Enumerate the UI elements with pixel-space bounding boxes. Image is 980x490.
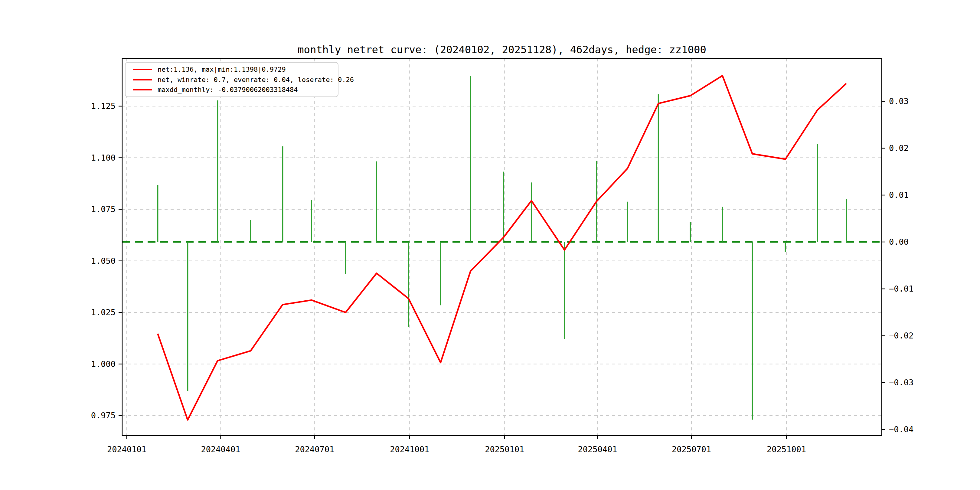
legend-label: maxdd_monthly: -0.03790062003318484 (158, 86, 298, 94)
x-tick-label: 20250101 (485, 445, 524, 454)
right-tick-label: −0.03 (889, 378, 913, 387)
legend-item-winrate: net, winrate: 0.7, evenrate: 0.04, loser… (126, 75, 338, 84)
legend-line-swatch (133, 79, 152, 80)
legend-label: net, winrate: 0.7, evenrate: 0.04, loser… (158, 76, 354, 83)
x-tick-label: 20240401 (201, 445, 240, 454)
right-tick-label: 0.01 (889, 190, 908, 200)
x-tick-label: 20251001 (767, 445, 806, 454)
x-tick-label: 20241001 (390, 445, 429, 454)
right-tick-label: 0.00 (889, 237, 908, 247)
x-tick-label: 20250701 (672, 445, 711, 454)
legend-item-maxdd: maxdd_monthly: -0.03790062003318484 (126, 85, 338, 94)
left-tick-label: 1.100 (91, 153, 116, 162)
right-tick-label: 0.03 (889, 97, 908, 106)
legend-line-swatch (133, 89, 152, 91)
left-tick-label: 1.025 (91, 308, 116, 317)
chart-title: monthly netret curve: (20240102, 2025112… (122, 43, 882, 56)
x-tick-label: 20250401 (578, 445, 617, 454)
x-tick-label: 20240701 (295, 445, 334, 454)
left-tick-label: 1.000 (91, 360, 116, 369)
left-tick-label: 1.125 (91, 101, 116, 111)
right-tick-label: −0.01 (889, 284, 913, 293)
x-tick-label: 20240101 (107, 445, 146, 454)
left-tick-label: 1.075 (91, 204, 116, 214)
figure-canvas: 0.9751.0001.0251.0501.0751.1001.1250.030… (0, 0, 980, 490)
legend-item-net: net:1.136, max|min:1.1398|0.9729 (126, 65, 338, 74)
right-tick-label: 0.02 (889, 143, 908, 153)
left-tick-label: 0.975 (91, 411, 116, 420)
left-tick-label: 1.050 (91, 256, 116, 266)
right-tick-label: −0.04 (889, 425, 913, 434)
legend-line-swatch (133, 68, 152, 70)
legend: net:1.136, max|min:1.1398|0.9729 net, wi… (125, 62, 339, 97)
legend-label: net:1.136, max|min:1.1398|0.9729 (158, 66, 286, 73)
right-tick-label: −0.02 (889, 331, 913, 340)
